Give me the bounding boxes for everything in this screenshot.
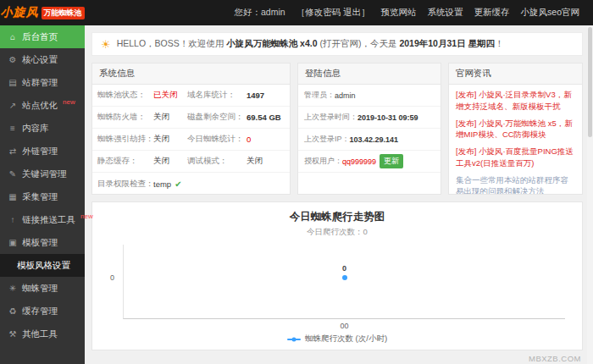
sidebar-item-label: 缓存管理 [22,306,58,317]
last-login-ip: 103.42.29.141 [350,135,399,144]
outlink-icon: ⇄ [8,146,18,156]
sidebar: ⌂ 后台首页 ⚙ 核心设置 ▤ 站群管理 ↗ 站点优化 new ≡ 内容库 ⇄ … [0,25,85,364]
sidebar-item-template-style[interactable]: 模板风格设置 [0,254,85,277]
last-login-time: 2019-10-31 09:59 [357,113,418,122]
debug-mode-status: 关闭 [247,156,285,167]
field-label: 静态缓存： [97,156,153,167]
vertical-scrollbar[interactable] [587,25,593,364]
sidebar-item-label: 后台首页 [22,31,58,43]
main-content: ☀ HELLO，BOSS！欢迎使用 小旋风万能蜘蛛池 x4.0 (打开官网)，今… [85,25,593,364]
news-item[interactable]: [发布] 小旋风·泛目录录制V3，新增支持泛域名、新版模板干扰 [456,86,575,115]
spider-pool-status: 已关闭 [153,90,187,101]
welcome-suffix: ！ [495,38,504,48]
sidebar-item-spider[interactable]: ✳ 蜘蛛管理 [0,277,85,300]
news-list: [发布] 小旋风·泛目录录制V3，新增支持泛域名、新版模板干扰 [发布] 小旋风… [449,85,582,194]
sidebar-item-link-push[interactable]: ↑ 链接推送工具 new [0,208,85,231]
update-cache-link[interactable]: 更新缓存 [474,7,510,19]
sidebar-item-label: 模板管理 [22,237,58,249]
sidebar-item-core-settings[interactable]: ⚙ 核心设置 [0,48,85,71]
sidebar-item-label: 核心设置 [22,54,58,66]
info-panels: 系统信息 蜘蛛池状态： 已关闭 域名库统计： 1497 蜘蛛防火墙： 关闭 磁盘… [91,63,583,195]
sidebar-item-collect[interactable]: ▦ 采集管理 [0,185,85,208]
news-item[interactable]: 集合一些常用本站的站群程序容易出现的问题和解决方法 [456,172,575,194]
news-item[interactable]: [发布] 小旋风·百度批量PING推送工具v2(日推送量百万) [456,143,575,172]
chart-subtitle: 今日爬行次数：0 [92,227,582,238]
chart-legend[interactable]: 蜘蛛爬行次数 (次/小时) [92,334,582,345]
sidebar-item-label: 蜘蛛管理 [22,283,58,295]
sidebar-item-label: 其他工具 [22,328,58,340]
login-info-panel: 登陆信息 管理员： admin 上次登录时间： 2019-10-31 09:59… [297,63,441,195]
sidebar-item-cache[interactable]: ♻ 缓存管理 [0,300,85,323]
today-spider-count: 0 [247,135,285,144]
licensed-user: qq999999 [342,157,376,166]
optimize-icon: ↗ [8,101,18,110]
update-auth-button[interactable]: 更新 [380,154,403,168]
gear-icon: ⚙ [8,55,18,64]
firewall-status: 关闭 [153,112,187,123]
data-point [342,275,347,280]
sun-icon: ☀ [101,38,111,51]
table-row: 蜘蛛池状态： 已关闭 域名库统计： 1497 [92,85,290,107]
sidebar-item-template[interactable]: ▣ 模板管理 [0,231,85,254]
brand-logo-badge: 万能蜘蛛池 [42,7,85,19]
field-label: 蜘蛛强引劫持： [97,134,153,145]
cache-icon: ♻ [8,306,18,316]
field-label: 今日蜘蛛统计： [187,134,247,145]
content-icon: ≡ [8,124,18,133]
scrollbar-thumb[interactable] [588,27,592,137]
change-password-logout-link[interactable]: ［修改密码 退出］ [296,7,370,19]
collect-icon: ▦ [8,192,18,201]
sidebar-item-label: 内容库 [22,123,49,135]
sidebar-item-label: 链接推送工具 [22,214,75,226]
system-info-panel: 系统信息 蜘蛛池状态： 已关闭 域名库统计： 1497 蜘蛛防火墙： 关闭 磁盘… [91,63,291,195]
news-panel: 官网资讯 [发布] 小旋风·泛目录录制V3，新增支持泛域名、新版模板干扰 [发布… [448,63,583,195]
sidebar-item-site-group[interactable]: ▤ 站群管理 [0,71,85,94]
system-settings-link[interactable]: 系统设置 [428,7,463,19]
topbar: 小旋风 万能蜘蛛池 您好：admin ［修改密码 退出］ 预览网站 系统设置 更… [0,0,593,25]
table-row: 目录权限检查： temp ✔ [92,173,290,194]
panel-title: 系统信息 [92,63,290,85]
tools-icon: ⚒ [8,329,18,339]
welcome-bar: ☀ HELLO，BOSS！欢迎使用 小旋风万能蜘蛛池 x4.0 (打开官网)，今… [91,32,583,56]
table-row: 上次登录IP： 103.42.29.141 [298,129,441,151]
field-label: 蜘蛛池状态： [97,90,153,101]
field-label: 调试模式： [187,156,247,167]
sidebar-item-other-tools[interactable]: ⚒ 其他工具 [0,323,85,345]
site-group-icon: ▤ [8,78,18,87]
sidebar-item-keywords[interactable]: ✎ 关键词管理 [0,163,85,185]
welcome-mid: ，今天是 [361,38,396,48]
new-badge: new [80,212,93,220]
brand-logo[interactable]: 小旋风 万能蜘蛛池 [0,5,85,20]
legend-line-marker-icon [287,339,301,340]
open-official-link[interactable]: (打开官网) [319,38,361,48]
sidebar-item-site-optimize[interactable]: ↗ 站点优化 new [0,94,85,117]
field-label: 上次登录时间： [304,112,357,123]
official-site-link[interactable]: 小旋风seo官网 [521,7,579,19]
welcome-text: HELLO，BOSS！欢迎使用 小旋风万能蜘蛛池 x4.0 (打开官网)，今天是… [117,38,504,50]
preview-site-link[interactable]: 预览网站 [381,7,417,19]
x-axis-tick: 00 [340,322,348,330]
topbar-links: 您好：admin ［修改密码 退出］ 预览网站 系统设置 更新缓存 小旋风seo… [235,7,593,19]
field-label: 目录权限检查： [97,179,153,190]
spider-icon: ✳ [8,284,18,293]
static-cache-status: 关闭 [153,156,187,167]
product-name: 小旋风万能蜘蛛池 x4.0 [226,38,317,48]
home-icon: ⌂ [8,32,18,41]
table-row: 授权用户： qq999999 更新 [298,151,441,173]
sidebar-item-label: 模板风格设置 [17,260,70,272]
watermark: MBXZB.COM [529,354,581,363]
news-item[interactable]: [发布] 小旋风·万能蜘蛛池 x5，新增MIP模块、CC防御模块 [456,115,575,144]
sidebar-item-label: 采集管理 [22,191,58,203]
y-axis-tick: 0 [110,273,114,282]
table-row: 蜘蛛强引劫持： 关闭 今日蜘蛛统计： 0 [92,129,290,151]
table-row: 静态缓存： 关闭 调试模式： 关闭 [92,151,290,173]
domain-count: 1497 [247,91,285,100]
hijack-status: 关闭 [153,134,187,145]
disk-free-space: 69.54 GB [247,113,285,122]
sidebar-item-outlink[interactable]: ⇄ 外链管理 [0,140,85,163]
table-row: 上次登录时间： 2019-10-31 09:59 [298,107,441,129]
today-date: 2019年10月31日 星期四 [399,38,495,48]
sidebar-item-content-library[interactable]: ≡ 内容库 [0,117,85,140]
panel-title: 官网资讯 [449,63,582,85]
sidebar-item-home[interactable]: ⌂ 后台首页 [0,25,85,48]
